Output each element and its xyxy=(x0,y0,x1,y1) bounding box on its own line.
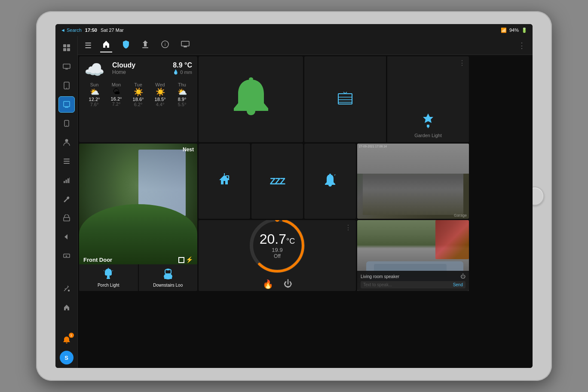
mode-away-tile[interactable] xyxy=(199,144,250,219)
svg-rect-3 xyxy=(67,48,70,51)
alert-bell-icon xyxy=(324,174,336,189)
forecast-thu: Thu ⛅ 8.9° 5.5° xyxy=(172,82,192,107)
tts-placeholder: Text to speak... xyxy=(363,282,453,287)
garage-tile: ⋮ Garden Light xyxy=(304,56,469,142)
nav-home[interactable] xyxy=(100,38,112,52)
mode-alert-tile[interactable] xyxy=(304,144,356,219)
downstairs-loo-tile[interactable]: Downstairs Loo xyxy=(139,264,198,291)
sidebar-user-avatar[interactable]: S xyxy=(60,351,74,364)
speaker-power-icon[interactable]: ⏻ xyxy=(460,273,466,279)
more-options-icon[interactable]: ⋮ xyxy=(518,41,526,50)
svg-rect-4 xyxy=(63,64,70,68)
svg-rect-25 xyxy=(142,47,148,48)
speaker-name: Living room speaker xyxy=(361,274,399,279)
forecast-mon: Mon 🌤 16.2° 7.2° xyxy=(106,82,126,107)
porch-light-icon xyxy=(104,268,113,282)
forecast-tue: Tue ☀️ 18.6° 6.2° xyxy=(128,82,148,107)
cam-label-1: Garage xyxy=(454,213,467,217)
weather-current: 8.9 °C 💧 0 mm xyxy=(173,61,192,75)
garden-light-icon xyxy=(421,113,435,131)
svg-text:i: i xyxy=(165,42,165,47)
sidebar-item-display2[interactable] xyxy=(58,77,75,94)
svg-rect-37 xyxy=(107,276,110,278)
thermostat-display: 20.7°C 19.9 Off xyxy=(260,232,295,259)
downstairs-loo-label: Downstairs Loo xyxy=(153,283,183,288)
svg-point-12 xyxy=(65,139,68,142)
svg-rect-28 xyxy=(181,41,189,46)
nav-info[interactable]: i xyxy=(159,39,171,52)
camera-garage-tile[interactable]: 27-09-2021 17:06:14 Garage xyxy=(357,144,469,219)
garage-door-subtile[interactable] xyxy=(304,56,386,142)
svg-rect-35 xyxy=(427,125,429,127)
tts-send-btn[interactable]: Send xyxy=(453,282,463,287)
nest-flame-btn[interactable]: 🔥 xyxy=(263,279,273,289)
garage-cam-feed xyxy=(357,144,469,219)
sidebar-item-display1[interactable] xyxy=(58,58,75,75)
back-label[interactable]: ◄ Search xyxy=(61,28,82,33)
front-door-label: Front Door xyxy=(83,257,112,263)
sidebar-item-build[interactable] xyxy=(58,280,75,297)
nest-controls: 🔥 ⏻ xyxy=(263,279,292,289)
sidebar-item-media[interactable] xyxy=(58,248,75,264)
sidebar-item-wrench[interactable] xyxy=(58,191,75,207)
bell-icon xyxy=(232,77,270,122)
sidebar-item-store[interactable] xyxy=(58,210,75,226)
screen: ◄ Search 17:50 Sat 27 Mar 📶 94% 🔋 xyxy=(55,24,533,368)
three-dots-garage[interactable]: ⋮ xyxy=(459,59,466,67)
top-nav: ☰ xyxy=(78,36,533,55)
sidebar-item-analytics[interactable] xyxy=(58,172,75,188)
front-door-camera-feed xyxy=(79,144,197,264)
sidebar-item-list[interactable] xyxy=(58,153,75,169)
svg-rect-30 xyxy=(249,77,253,81)
nav-display[interactable] xyxy=(179,39,191,52)
camera-driveway-tile[interactable]: Living room speaker ⏻ Text to speak... S… xyxy=(357,220,469,291)
bottom-cam-tiles: Porch Light xyxy=(79,264,197,291)
svg-rect-8 xyxy=(64,101,70,107)
nav-security[interactable] xyxy=(121,38,131,52)
thermostat-dial[interactable]: 20.7°C 19.9 Off xyxy=(247,220,307,276)
svg-rect-14 xyxy=(64,161,70,162)
weather-temp: 8.9 °C xyxy=(173,61,192,69)
svg-marker-23 xyxy=(66,255,67,257)
toilet-icon xyxy=(163,268,173,282)
forecast-wed: Wed ☀️ 18.5° 4.4° xyxy=(150,82,170,107)
weather-location: Home xyxy=(112,69,168,75)
weather-info: Cloudy Home xyxy=(109,61,168,75)
sidebar-item-person[interactable] xyxy=(58,134,75,150)
sidebar: 3 S xyxy=(55,36,78,368)
mode-sleep-tile[interactable]: ZZZ xyxy=(251,144,303,219)
svg-line-41 xyxy=(112,270,113,271)
main-content: 3 S ☰ xyxy=(55,36,533,368)
thermostat-status: Off xyxy=(260,253,295,259)
sidebar-item-dashboard[interactable] xyxy=(58,40,75,56)
nest-three-dots[interactable]: ⋮ xyxy=(345,224,352,232)
wifi-icon: 📶 xyxy=(501,28,507,33)
fd-stop-btn[interactable] xyxy=(178,257,184,263)
svg-rect-18 xyxy=(67,178,69,183)
bell-tile[interactable] xyxy=(199,56,303,142)
svg-rect-1 xyxy=(67,44,70,47)
precip-icon: 💧 xyxy=(173,69,179,75)
weather-header: ☁️ Cloudy Home 8.9 °C 💧 0 mm xyxy=(84,61,192,78)
svg-rect-13 xyxy=(64,159,70,159)
menu-icon[interactable]: ☰ xyxy=(85,41,92,50)
sidebar-item-selected[interactable] xyxy=(58,96,75,113)
svg-rect-24 xyxy=(68,290,70,291)
sidebar-item-home-bottom[interactable] xyxy=(58,299,75,315)
porch-light-tile[interactable]: Porch Light xyxy=(79,264,138,291)
nest-power-btn[interactable]: ⏻ xyxy=(284,279,292,289)
sidebar-bell-button[interactable]: 3 xyxy=(58,332,75,348)
sidebar-item-back[interactable] xyxy=(58,229,75,245)
garden-light-subtile[interactable]: ⋮ Garden Light xyxy=(387,56,469,142)
nest-label: Nest xyxy=(272,290,283,291)
away-icon xyxy=(217,173,231,189)
fd-flash-btn[interactable]: ⚡ xyxy=(186,256,193,263)
sidebar-item-tablet[interactable] xyxy=(58,115,75,132)
svg-rect-17 xyxy=(65,180,67,183)
porch-light-label: Porch Light xyxy=(98,283,119,288)
front-door-tile[interactable]: Nest Front Door ⚡ xyxy=(79,144,197,291)
bell-badge: 3 xyxy=(69,333,74,338)
forecast: Sun ⛅ 12.2° 7.6° Mon 🌤 16.2° 7.2° xyxy=(84,82,192,107)
svg-rect-2 xyxy=(63,48,66,51)
nav-upload[interactable] xyxy=(140,38,151,52)
